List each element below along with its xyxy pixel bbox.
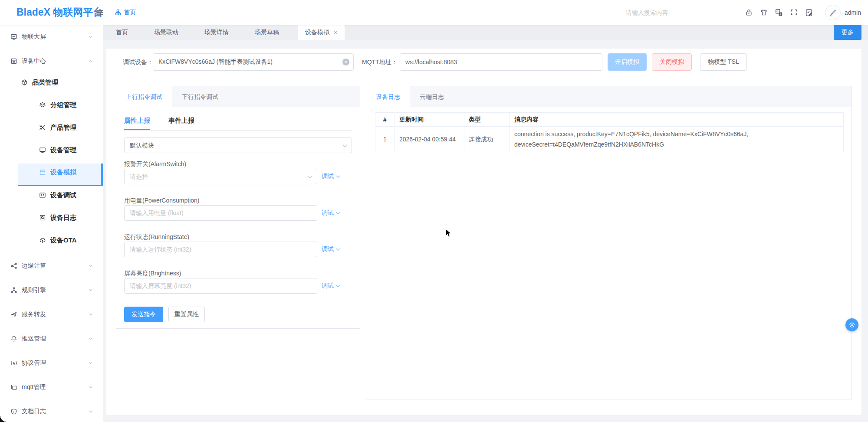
clipboard-pen-icon xyxy=(805,9,813,16)
chevron-down-icon xyxy=(88,360,93,366)
language-button[interactable]: 中A xyxy=(775,9,783,16)
sidebar-item-label: 品类管理 xyxy=(32,79,58,87)
chevron-down-icon xyxy=(88,34,93,39)
sidebar-item-rule-engine[interactable]: 规则引擎 xyxy=(0,278,103,302)
global-search-input[interactable] xyxy=(626,9,691,16)
menu-toggle-button[interactable] xyxy=(95,8,104,17)
settings-fab[interactable] xyxy=(845,318,858,331)
avatar[interactable] xyxy=(825,5,841,20)
sword-avatar-icon xyxy=(829,8,837,17)
sidebar-item-device-ota[interactable]: 设备OTA xyxy=(18,231,103,254)
more-button[interactable]: 更多 xyxy=(834,25,861,40)
start-simulation-button[interactable]: 开启模拟 xyxy=(608,53,647,71)
tab-home[interactable]: 首页 xyxy=(109,25,135,40)
alarm-switch-select[interactable]: 请选择 xyxy=(124,169,317,184)
running-state-field xyxy=(124,242,317,257)
group-icon xyxy=(39,101,46,108)
tab-device-simulation[interactable]: 设备模拟 × xyxy=(298,25,345,40)
sidebar-item-label: 设备调试 xyxy=(50,191,76,200)
edge-icon xyxy=(10,262,17,269)
debug-device-select[interactable]: ✕ xyxy=(153,53,354,71)
log-row-type: 连接成功 xyxy=(464,127,510,152)
tsl-model-button[interactable]: 物模型 TSL xyxy=(700,53,747,71)
breadcrumb[interactable]: 首页 xyxy=(115,9,136,16)
reset-property-button[interactable]: 重置属性 xyxy=(168,307,205,322)
sidebar-item-device-simulation[interactable]: 设备模拟 xyxy=(18,164,103,186)
screen-icon xyxy=(10,33,17,40)
tab-scene-detail[interactable]: 场景详情 xyxy=(197,25,236,40)
column-index: # xyxy=(375,113,395,127)
device-log-icon xyxy=(39,214,46,221)
log-panel: 设备日志 云端日志 # 更新时间 类型 消息内容 xyxy=(366,86,852,399)
sidebar-item-mqtt-management[interactable]: mqtt管理 xyxy=(0,375,103,399)
tab-device-log[interactable]: 设备日志 xyxy=(366,86,410,108)
sidebar-item-category-management[interactable]: 品类管理 xyxy=(0,73,103,96)
tab-uplink-debug[interactable]: 上行指令调试 xyxy=(116,86,172,108)
log-table-header-row: # 更新时间 类型 消息内容 xyxy=(375,113,844,127)
log-row-index: 1 xyxy=(375,127,395,152)
tab-scene-linkage[interactable]: 场景联动 xyxy=(147,25,185,40)
lock-button[interactable] xyxy=(745,9,753,16)
subtab-event-report[interactable]: 事件上报 xyxy=(168,117,194,130)
sidebar-item-label: 规则引擎 xyxy=(22,286,46,294)
debug-dropdown-running-state[interactable]: 调试 xyxy=(322,245,340,254)
sidebar: 物联大屏设备中心品类管理分组管理产品管理设备管理设备模拟设备调试设备日志设备OT… xyxy=(0,25,103,422)
tab-cloud-log[interactable]: 云端日志 xyxy=(410,86,454,107)
category-icon xyxy=(21,79,28,86)
doc-log-icon xyxy=(10,408,17,415)
power-consumption-input[interactable] xyxy=(124,205,317,221)
module-select[interactable]: 默认模块 xyxy=(124,137,352,153)
debug-device-label: 调试设备： xyxy=(123,53,153,71)
theme-button[interactable] xyxy=(760,9,768,16)
device-log-table: # 更新时间 类型 消息内容 1 2026-02-04 00:59:44 连接成… xyxy=(375,112,844,152)
subtab-property-report[interactable]: 属性上报 xyxy=(124,117,150,130)
hamburger-icon xyxy=(95,8,104,17)
content-card: 调试设备： ✕ MQTT地址： 开启模拟 关闭模拟 物模型 TSL 上行指令调试… xyxy=(106,49,861,415)
main-area: 首页 场景联动 场景详情 场景草稿 设备模拟 × 更多 调试设备： ✕ MQTT… xyxy=(103,25,868,422)
debug-dropdown-power-consumption[interactable]: 调试 xyxy=(322,209,340,217)
fullscreen-button[interactable] xyxy=(790,9,798,16)
device-manage-icon xyxy=(39,147,46,154)
field-label-power-consumption: 用电量(PowerConsumption) xyxy=(124,196,200,205)
clear-device-icon[interactable]: ✕ xyxy=(342,59,349,65)
chevron-down-icon xyxy=(336,175,340,178)
close-tab-icon[interactable]: × xyxy=(334,29,338,36)
log-row-message: connection is success, productKey=E7N1cQ… xyxy=(510,127,844,152)
sidebar-item-push-management[interactable]: 推送管理 xyxy=(0,327,103,351)
username[interactable]: admin xyxy=(845,9,861,16)
sidebar-item-device-center[interactable]: 设备中心 xyxy=(0,49,103,73)
brightness-input[interactable] xyxy=(124,278,317,294)
gear-icon xyxy=(848,321,855,328)
running-state-input[interactable] xyxy=(124,242,317,257)
chevron-up-icon xyxy=(88,59,93,64)
tab-scene-draft[interactable]: 场景草稿 xyxy=(248,25,286,40)
product-icon xyxy=(39,124,46,131)
debug-device-input[interactable] xyxy=(153,53,354,71)
stop-simulation-button[interactable]: 关闭模拟 xyxy=(652,53,692,71)
sidebar-item-protocol-management[interactable]: 协议管理 xyxy=(0,351,103,375)
sidebar-item-label: 设备OTA xyxy=(50,236,77,245)
send-command-button[interactable]: 发送指令 xyxy=(124,307,163,322)
sidebar-item-product-management[interactable]: 产品管理 xyxy=(18,118,103,141)
mqtt-address-input[interactable] xyxy=(400,53,602,71)
debug-dropdown-alarm-switch[interactable]: 调试 xyxy=(322,172,340,181)
sidebar-item-iot-screen[interactable]: 物联大屏 xyxy=(0,25,103,49)
sidebar-item-doc-log[interactable]: 文档日志 xyxy=(0,399,103,422)
header-actions: 中A xyxy=(745,9,813,16)
chevron-down-icon xyxy=(88,312,93,317)
field-label-running-state: 运行状态(RunningState) xyxy=(124,232,189,241)
field-label-brightness: 屏幕亮度(Brightness) xyxy=(124,269,181,278)
sidebar-item-service-forward[interactable]: 服务转发 xyxy=(0,302,103,327)
sidebar-item-label: 设备模拟 xyxy=(50,168,76,177)
audit-log-button[interactable] xyxy=(805,9,813,16)
sidebar-item-edge-computing[interactable]: 边缘计算 xyxy=(0,254,103,278)
chevron-down-icon xyxy=(336,212,340,215)
tab-downlink-debug[interactable]: 下行指令调试 xyxy=(172,86,228,107)
sidebar-item-group-management[interactable]: 分组管理 xyxy=(18,96,103,118)
sidebar-item-device-management[interactable]: 设备管理 xyxy=(18,141,103,164)
tab-label: 首页 xyxy=(116,29,128,36)
sidebar-item-device-log[interactable]: 设备日志 xyxy=(18,209,103,231)
sidebar-item-device-debug[interactable]: 设备调试 xyxy=(18,186,103,209)
debug-dropdown-brightness[interactable]: 调试 xyxy=(322,281,340,290)
column-update-time: 更新时间 xyxy=(395,113,464,127)
